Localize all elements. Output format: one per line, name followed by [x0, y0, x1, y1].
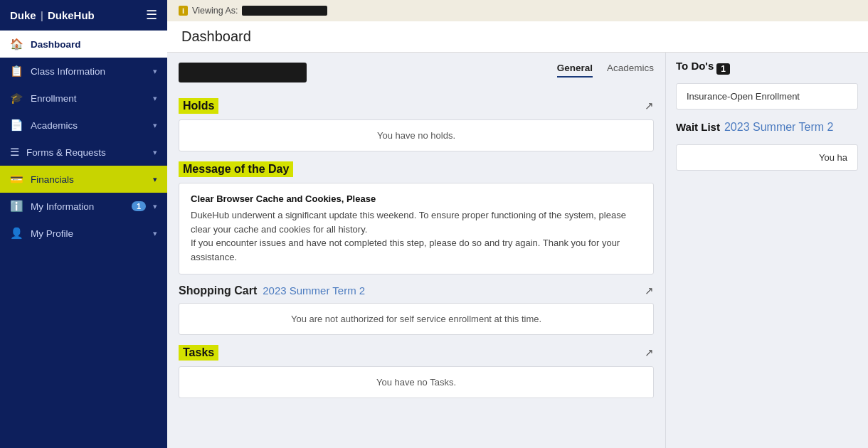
chevron-down-icon: ▾ [153, 67, 157, 76]
class-icon: 📋 [10, 65, 23, 78]
enrollment-icon: 🎓 [10, 92, 23, 105]
tasks-title: Tasks [179, 345, 218, 361]
sidebar-item-label: Financials [31, 174, 74, 185]
message-of-the-day-card: Message of the Day Clear Browser Cache a… [179, 161, 654, 274]
waitlist-body: You ha [676, 144, 858, 171]
profile-icon: 👤 [10, 227, 23, 240]
chevron-down-icon: ▾ [153, 202, 157, 211]
viewing-as-icon: i [179, 6, 188, 16]
sidebar-item-label: Academics [31, 120, 78, 131]
todos-section: To Do's 1 Insurance-Open Enrollment [676, 60, 858, 110]
shopping-cart-empty-message: You are not authorized for self service … [179, 303, 654, 335]
holds-title: Holds [179, 98, 218, 114]
tasks-external-link-icon[interactable]: ↗ [645, 346, 654, 359]
waitlist-section: Wait List 2023 Summer Term 2 You ha [676, 121, 858, 171]
tab-general[interactable]: General [557, 63, 593, 78]
sidebar-item-label: My Profile [31, 228, 73, 239]
viewing-as-label: Viewing As: [192, 6, 238, 16]
chevron-down-icon: ▾ [153, 175, 157, 184]
menu-icon[interactable]: ☰ [146, 7, 157, 23]
motd-message-title: Clear Browser Cache and Cookies, Please [191, 193, 642, 204]
motd-header: Message of the Day [179, 161, 654, 177]
main-content: i Viewing As: Dashboard General Academic… [167, 0, 868, 448]
shopping-cart-card: Shopping Cart 2023 Summer Term 2 ↗ You a… [179, 284, 654, 335]
sidebar-item-label: Dashboard [31, 39, 81, 50]
sidebar-header: Duke | DukeHub ☰ [0, 0, 167, 31]
redacted-name [242, 6, 327, 16]
info-icon: ℹ️ [10, 200, 23, 213]
shopping-cart-title-row: Shopping Cart 2023 Summer Term 2 [179, 284, 365, 297]
chevron-down-icon: ▾ [153, 229, 157, 238]
chevron-down-icon: ▾ [153, 94, 157, 103]
tasks-card: Tasks ↗ You have no Tasks. [179, 345, 654, 398]
holds-empty-message: You have no holds. [179, 119, 654, 151]
academics-icon: 📄 [10, 119, 23, 132]
motd-body: Clear Browser Cache and Cookies, Please … [179, 183, 654, 274]
sidebar-item-label: Forms & Requests [26, 147, 106, 158]
sidebar-item-financials[interactable]: 💳 Financials ▾ [0, 166, 167, 193]
shopping-cart-external-link-icon[interactable]: ↗ [645, 284, 654, 297]
holds-external-link-icon[interactable]: ↗ [645, 100, 654, 112]
waitlist-title: Wait List [676, 121, 720, 133]
sidebar-item-enrollment[interactable]: 🎓 Enrollment ▾ [0, 85, 167, 112]
my-information-badge: 1 [132, 201, 146, 211]
chevron-down-icon: ▾ [153, 121, 157, 130]
tab-academics[interactable]: Academics [607, 63, 654, 78]
sidebar-item-dashboard[interactable]: 🏠 Dashboard [0, 31, 167, 58]
waitlist-term: 2023 Summer Term 2 [724, 121, 834, 134]
chevron-down-icon: ▾ [153, 148, 157, 157]
page-title: Dashboard [181, 28, 251, 45]
sidebar-item-class-information[interactable]: 📋 Class Information ▾ [0, 58, 167, 85]
todos-badge: 1 [716, 63, 730, 75]
logo-duke: Duke [10, 9, 36, 21]
todo-item[interactable]: Insurance-Open Enrollment [676, 83, 858, 110]
left-panel: General Academics Holds ↗ You have no ho… [167, 53, 665, 448]
sidebar: Duke | DukeHub ☰ 🏠 Dashboard 📋 Class Inf… [0, 0, 167, 448]
home-icon: 🏠 [10, 38, 23, 50]
sidebar-item-label: My Information [31, 201, 94, 212]
forms-icon: ☰ [10, 146, 19, 159]
tasks-empty-message: You have no Tasks. [179, 366, 654, 398]
sidebar-logo: Duke | DukeHub [10, 9, 95, 21]
financials-icon: 💳 [10, 173, 23, 186]
shopping-cart-term: 2023 Summer Term 2 [263, 284, 365, 297]
sidebar-item-forms-requests[interactable]: ☰ Forms & Requests ▾ [0, 139, 167, 166]
sidebar-item-label: Class Information [31, 66, 105, 77]
motd-title: Message of the Day [179, 161, 293, 177]
content-body: General Academics Holds ↗ You have no ho… [167, 53, 868, 448]
sidebar-item-label: Enrollment [31, 93, 77, 104]
sidebar-item-academics[interactable]: 📄 Academics ▾ [0, 112, 167, 139]
tab-row: General Academics [557, 63, 654, 78]
logo-dukehub: DukeHub [48, 9, 95, 21]
holds-card: Holds ↗ You have no holds. [179, 98, 654, 151]
sidebar-item-my-profile[interactable]: 👤 My Profile ▾ [0, 220, 167, 247]
user-name-redacted [179, 63, 307, 82]
todos-title: To Do's [676, 60, 714, 72]
shopping-cart-title: Shopping Cart [179, 284, 257, 297]
motd-message-text: DukeHub underwent a significant update t… [191, 208, 642, 264]
tasks-header: Tasks ↗ [179, 345, 654, 361]
page-title-bar: Dashboard [167, 21, 868, 53]
logo-divider: | [41, 9, 43, 21]
sidebar-item-my-information[interactable]: ℹ️ My Information 1 ▾ [0, 193, 167, 220]
shopping-cart-header: Shopping Cart 2023 Summer Term 2 ↗ [179, 284, 654, 297]
right-panel: To Do's 1 Insurance-Open Enrollment Wait… [665, 53, 868, 448]
holds-header: Holds ↗ [179, 98, 654, 114]
viewing-as-bar: i Viewing As: [167, 0, 868, 21]
